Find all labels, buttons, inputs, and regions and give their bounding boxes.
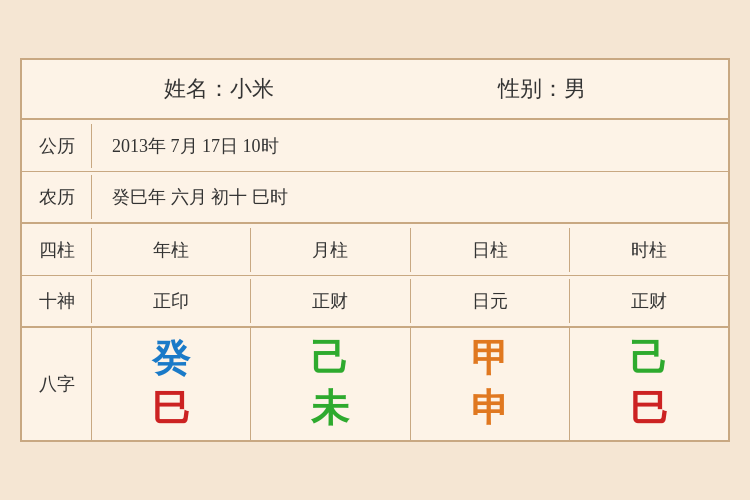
main-container: 姓名：小米 性别：男 公历 2013年 7月 17日 10时 农历 癸巳年 六月… (20, 58, 730, 442)
lunar-value: 癸巳年 六月 初十 巳时 (92, 175, 728, 219)
lunar-label: 农历 (22, 175, 92, 219)
bazhi-day-top: 甲 (471, 338, 509, 380)
bazhi-row: 八字 癸 巳 己 未 甲 申 己 巳 (22, 328, 728, 440)
shishen-row: 十神 正印 正财 日元 正财 (22, 276, 728, 328)
gender-label: 性别：男 (498, 74, 586, 104)
bazhi-hour: 己 巳 (570, 328, 728, 440)
sipillar-year: 年柱 (92, 228, 251, 272)
header-row: 姓名：小米 性别：男 (22, 60, 728, 120)
lunar-row: 农历 癸巳年 六月 初十 巳时 (22, 172, 728, 224)
shishen-day: 日元 (411, 279, 570, 323)
bazhi-year-bottom: 巳 (152, 388, 190, 430)
sipillar-day: 日柱 (411, 228, 570, 272)
bazhi-hour-top: 己 (630, 338, 668, 380)
name-label: 姓名：小米 (164, 74, 274, 104)
shishen-label: 十神 (22, 279, 92, 323)
bazhi-month: 己 未 (251, 328, 410, 440)
gregorian-row: 公历 2013年 7月 17日 10时 (22, 120, 728, 172)
bazhi-year-top: 癸 (152, 338, 190, 380)
shishen-hour: 正财 (570, 279, 728, 323)
bazhi-label: 八字 (22, 328, 92, 440)
sipillar-hour: 时柱 (570, 228, 728, 272)
bazhi-month-top: 己 (311, 338, 349, 380)
sipillar-month: 月柱 (251, 228, 410, 272)
gregorian-value: 2013年 7月 17日 10时 (92, 124, 728, 168)
shishen-year: 正印 (92, 279, 251, 323)
bazhi-hour-bottom: 巳 (630, 388, 668, 430)
bazhi-year: 癸 巳 (92, 328, 251, 440)
bazhi-day: 甲 申 (411, 328, 570, 440)
shishen-month: 正财 (251, 279, 410, 323)
sipillar-row: 四柱 年柱 月柱 日柱 时柱 (22, 224, 728, 276)
sipillar-label: 四柱 (22, 228, 92, 272)
bazhi-day-bottom: 申 (471, 388, 509, 430)
bazhi-month-bottom: 未 (311, 388, 349, 430)
gregorian-label: 公历 (22, 124, 92, 168)
